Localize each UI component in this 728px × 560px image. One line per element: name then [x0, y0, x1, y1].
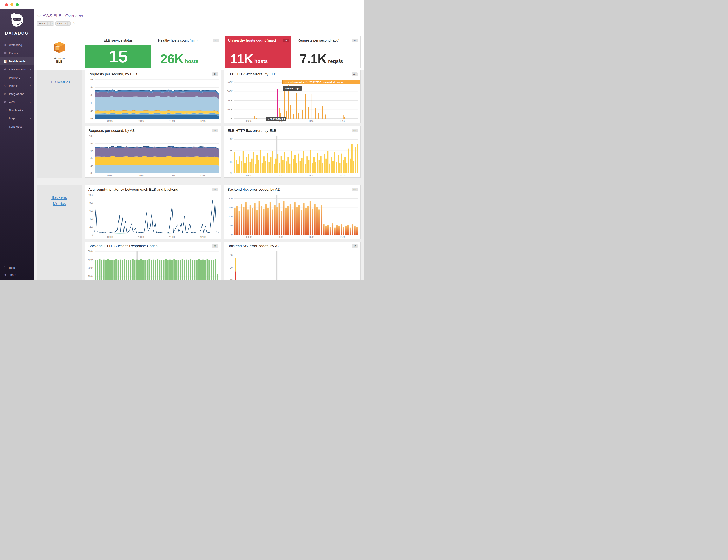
svg-text:10: 10 — [230, 279, 233, 280]
sidebar-item-team[interactable]: ☻ Team — [0, 271, 34, 278]
svg-text:4K: 4K — [90, 102, 93, 104]
scope-variable-dropdown[interactable]: $scope ▾ ▾ — [37, 21, 54, 26]
requests-per-second-card: Requests per second (avg) 1h 7.1K reqs/s — [294, 36, 361, 68]
sidebar-item-label: Synthetics — [9, 125, 22, 128]
window-close-button[interactable] — [5, 3, 8, 6]
main-content: ☆ AWS ELB - Overview $scope ▾ ▾ $name ▾ … — [34, 9, 364, 280]
avg-round-trip-latency-chart[interactable]: 0200400600800100009:0010:0011:0012:00 — [86, 194, 220, 239]
svg-text:10:00: 10:00 — [138, 236, 144, 238]
svg-text:400: 400 — [90, 217, 93, 220]
card-title: Healthy hosts count (min) — [158, 38, 198, 43]
unhealthy-hosts-card: Unhealthy hosts count (max) 1h 11K hosts — [225, 36, 291, 68]
backend-4xx-errors-chart[interactable]: 05010015020009:0010:0011:0012:00 — [225, 194, 360, 239]
chevron-right-icon: › — [30, 92, 31, 96]
panel-backend-5xx-errors: Backend 5xx error codes, by AZ 4h 102030… — [224, 242, 361, 280]
svg-text:0K: 0K — [90, 172, 93, 175]
timeframe-badge: 4h — [352, 244, 358, 248]
svg-text:09:00: 09:00 — [246, 120, 252, 122]
sidebar: DATADOG ◉ Watchdog ▤ Events ▦ Dashboards… — [0, 9, 34, 280]
svg-text:0K: 0K — [230, 117, 233, 120]
svg-text:100: 100 — [229, 215, 233, 218]
svg-text:12:00: 12:00 — [340, 120, 346, 122]
sidebar-item-synthetics[interactable]: ◇ Synthetics — [0, 122, 34, 130]
svg-text:400K: 400K — [88, 258, 93, 261]
backend-5xx-errors-chart[interactable]: 10203009:0010:0011:0012:00 — [225, 250, 360, 280]
card-title: ELB service status — [85, 36, 151, 45]
chevron-right-icon: › — [30, 100, 31, 104]
sidebar-item-label: Metrics — [9, 84, 18, 87]
name-variable-dropdown[interactable]: $name ▾ ▾ — [55, 21, 71, 26]
elb-5xx-errors-chart[interactable]: 0K1K2K3K09:0010:0011:0012:00 — [225, 135, 360, 177]
rps-unit: reqs/s — [328, 58, 343, 64]
events-icon: ▤ — [4, 51, 9, 55]
metrics-icon: ∿ — [4, 84, 9, 87]
svg-text:2K: 2K — [230, 149, 233, 152]
svg-text:0: 0 — [231, 233, 233, 236]
datadog-dashboard-window: DATADOG ◉ Watchdog ▤ Events ▦ Dashboards… — [0, 0, 364, 280]
sidebar-item-infrastructure[interactable]: ❖ Infrastructure › — [0, 65, 34, 73]
svg-text:0: 0 — [92, 233, 93, 236]
svg-text:4K: 4K — [90, 157, 93, 160]
svg-text:12:00: 12:00 — [340, 236, 346, 238]
svg-text:11:00: 11:00 — [169, 236, 175, 238]
svg-text:300K: 300K — [227, 90, 233, 93]
service-status-value: 15 — [85, 45, 151, 68]
favorite-star-icon[interactable]: ☆ — [37, 13, 41, 18]
backend-metrics-link[interactable]: Backend Metrics — [45, 194, 74, 207]
sidebar-item-monitors[interactable]: ⊙ Monitors › — [0, 73, 34, 82]
sidebar-item-label: Dashboards — [9, 60, 26, 63]
integrations-icon: ⧉ — [4, 92, 9, 96]
svg-text:800: 800 — [90, 202, 93, 204]
requests-per-second-by-elb-chart[interactable]: 0K2K4K6K8K10K09:0010:0011:0012:00 — [86, 78, 220, 123]
name-variable-label: $name — [56, 22, 64, 25]
svg-text:10:00: 10:00 — [277, 236, 283, 238]
edit-pencil-icon[interactable]: ✎ — [73, 22, 76, 26]
chevron-right-icon: › — [30, 117, 31, 120]
panel-requests-per-second-by-elb: Requests per second, by ELB 4h 0K2K4K6K8… — [85, 70, 221, 123]
panel-backend-success-codes: Backend HTTP Success Response Codes 4h 1… — [85, 242, 221, 280]
svg-text:200: 200 — [90, 225, 93, 228]
svg-text:200: 200 — [229, 197, 233, 200]
elb-4xx-errors-chart[interactable]: 0K100K200K300K400K09:0010:0011:0012:00 — [225, 78, 360, 123]
svg-text:500K: 500K — [88, 250, 93, 253]
timeframe-badge: 1h — [213, 39, 219, 42]
timeframe-badge: 4h — [212, 188, 218, 191]
unhealthy-hosts-unit: hosts — [254, 58, 268, 64]
chevron-right-icon: › — [30, 68, 31, 71]
sidebar-item-apm[interactable]: ≋ APM › — [0, 98, 34, 106]
logo-caption-line2: ELB — [56, 60, 63, 63]
svg-text:100K: 100K — [227, 108, 233, 111]
caret-down-icon: ▾ — [64, 22, 67, 25]
sidebar-item-metrics[interactable]: ∿ Metrics › — [0, 82, 34, 90]
svg-text:6K: 6K — [90, 150, 93, 152]
backend-success-codes-chart[interactable]: 100K200K300K400K500K09:0010:0011:0012:00 — [86, 250, 220, 280]
watchdog-icon: ◉ — [4, 43, 9, 47]
chevron-right-icon: › — [30, 84, 31, 87]
svg-text:09:00: 09:00 — [246, 236, 252, 238]
timeframe-badge: 4h — [212, 72, 218, 76]
sidebar-item-notebooks[interactable]: ❏ Notebooks — [0, 106, 34, 114]
elb-metrics-link[interactable]: ELB Metrics — [45, 79, 74, 85]
timeframe-badge: 4h — [212, 244, 218, 248]
window-zoom-button[interactable] — [16, 3, 19, 6]
sidebar-item-integrations[interactable]: ⧉ Integrations › — [0, 90, 34, 98]
svg-text:11:00: 11:00 — [309, 174, 314, 177]
card-title: Unhealthy hosts count (max) — [228, 38, 276, 43]
sidebar-item-events[interactable]: ▤ Events — [0, 49, 34, 57]
timeframe-badge: 4h — [352, 188, 358, 191]
svg-text:10K: 10K — [89, 78, 93, 81]
chart-title: ELB HTTP 4xx errors, by ELB — [228, 72, 276, 76]
team-icon: ☻ — [4, 273, 9, 276]
amazon-elb-logo-card: Amazon ELB — [37, 36, 82, 68]
healthy-hosts-value: 26K — [160, 53, 184, 64]
sidebar-item-watchdog[interactable]: ◉ Watchdog — [0, 41, 34, 49]
sidebar-item-dashboards[interactable]: ▦ Dashboards — [0, 57, 34, 65]
window-minimize-button[interactable] — [10, 3, 13, 6]
sidebar-item-help[interactable]: ? Help — [0, 264, 34, 271]
requests-per-second-by-az-chart[interactable]: 0K2K4K6K8K10K09:0010:0011:0012:00 — [86, 135, 220, 177]
sidebar-item-logs[interactable]: ☰ Logs › — [0, 114, 34, 122]
chart-title: Backend 5xx error codes, by AZ — [228, 244, 280, 248]
svg-text:10:00: 10:00 — [277, 174, 283, 177]
dashboard-header: ☆ AWS ELB - Overview — [37, 13, 83, 18]
hover-tooltip-host: host:alb-web-shard1-287417755.us-east-1.… — [283, 80, 361, 84]
